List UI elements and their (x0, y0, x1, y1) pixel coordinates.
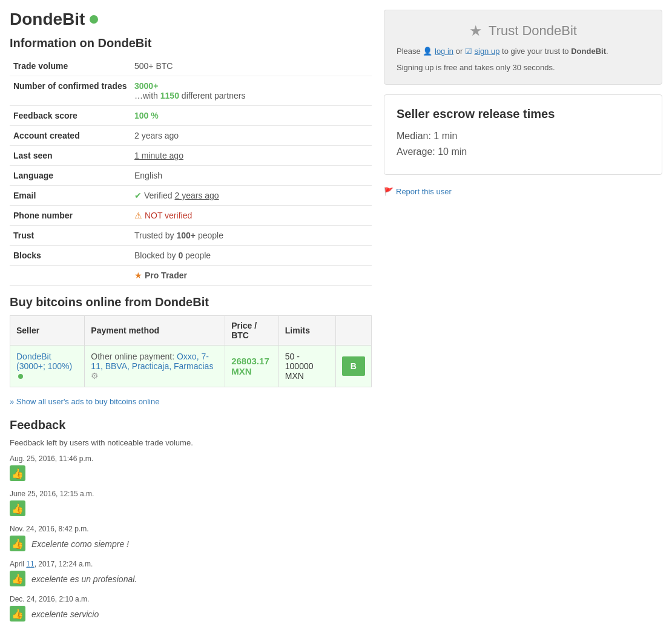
feedback-timestamp: Nov. 24, 2016, 8:42 p.m. (10, 525, 372, 533)
col-limits: Limits (278, 316, 335, 346)
feedback-item: Dec. 24, 2016, 2:10 a.m. 👍 excelente ser… (10, 595, 372, 622)
info-label: Feedback score (10, 106, 131, 126)
checkbox-icon: ☑ (465, 47, 472, 56)
feedback-text: excelente es un profesional. (31, 574, 137, 584)
sign-up-link[interactable]: sign up (475, 47, 500, 56)
info-value: 3000+ …with 1150 different partners (131, 76, 372, 106)
info-value: ✔ Verified 2 years ago (131, 186, 372, 206)
buy-button[interactable]: B (342, 356, 365, 376)
feedback-score: 100 % (134, 111, 159, 120)
table-row: Trade volume 500+ BTC (10, 56, 372, 76)
info-label: Trust (10, 226, 131, 246)
thumbs-up-icon: 👍 (10, 500, 25, 516)
info-value: 100 % (131, 106, 372, 126)
table-row: Phone number ⚠ NOT verified (10, 206, 372, 226)
feedback-text: Excelente como siempre ! (31, 539, 129, 549)
info-value: Blocked by 0 people (131, 246, 372, 266)
trade-row: DondeBit (3000+; 100%) Other online paym… (10, 346, 372, 387)
table-row: Blocks Blocked by 0 people (10, 246, 372, 266)
col-payment: Payment method (85, 316, 225, 346)
email-check-icon: ✔ (134, 191, 142, 200)
feedback-thumb-up: 👍 (10, 465, 372, 481)
show-all-ads-link[interactable]: » Show all user's ads to buy bitcoins on… (10, 397, 159, 406)
info-label: Language (10, 166, 131, 186)
thumbs-up-icon: 👍 (10, 606, 25, 622)
trust-description-line1: Please 👤 log in or ☑ sign up to give you… (397, 47, 650, 56)
email-verified-date[interactable]: 2 years ago (174, 191, 219, 200)
feedback-description: Feedback left by users with noticeable t… (10, 438, 372, 447)
feedback-item: April 11, 2017, 12:24 a.m. 👍 excelente e… (10, 560, 372, 586)
info-value: Trusted by 100+ people (131, 226, 372, 246)
trade-price: 26803.17MXN (225, 346, 279, 387)
info-value: 2 years ago (131, 126, 372, 146)
escrow-box: Seller escrow release times Median: 1 mi… (384, 94, 662, 175)
info-value: ★ Pro Trader (131, 266, 372, 286)
col-seller: Seller (10, 316, 85, 346)
info-label: Trade volume (10, 56, 131, 76)
escrow-title: Seller escrow release times (397, 107, 650, 121)
info-value: 500+ BTC (131, 56, 372, 76)
seller-online-dot (18, 374, 23, 379)
escrow-median: Median: 1 min (397, 131, 650, 142)
price-value: 26803.17MXN (231, 356, 269, 376)
info-label: Last seen (10, 146, 131, 166)
phone-not-verified-text: NOT verified (145, 211, 192, 220)
confirmed-trades-value: 3000+ (134, 81, 158, 91)
trade-payment: Other online payment: Oxxo, 7-11, BBVA, … (85, 346, 225, 387)
thumbs-up-icon: 👍 (10, 465, 25, 481)
col-price: Price / BTC (225, 316, 279, 346)
col-action (335, 316, 371, 346)
person-icon: 👤 (423, 47, 432, 56)
feedback-timestamp: Aug. 25, 2016, 11:46 p.m. (10, 454, 372, 463)
thumbs-up-icon: 👍 (10, 536, 25, 551)
feedback-timestamp: Dec. 24, 2016, 2:10 a.m. (10, 595, 372, 603)
trust-title-text: Trust DondeBit (489, 23, 577, 39)
info-value: ⚠ NOT verified (131, 206, 372, 226)
info-label: Number of confirmed trades (10, 76, 131, 106)
email-verified-text: Verified (144, 191, 175, 200)
feedback-timestamp: June 25, 2016, 12:15 a.m. (10, 490, 372, 498)
trade-seller: DondeBit (3000+; 100%) (10, 346, 85, 387)
trust-description-line2: Signing up is free and takes only 30 sec… (397, 63, 650, 72)
info-value: English (131, 166, 372, 186)
feedback-content: 👍 excelente es un profesional. (10, 571, 372, 586)
log-in-link[interactable]: log in (435, 47, 453, 56)
table-row: Number of confirmed trades 3000+ …with 1… (10, 76, 372, 106)
table-row: Trust Trusted by 100+ people (10, 226, 372, 246)
feedback-title: Feedback (10, 418, 372, 432)
username-text: DondeBit (10, 10, 85, 29)
report-label: Report this user (396, 187, 452, 196)
table-row: Feedback score 100 % (10, 106, 372, 126)
buy-section-title: Buy bitcoins online from DondeBit (10, 295, 372, 309)
phone-warning-icon: ⚠ (134, 211, 142, 220)
payment-settings-icon: ⚙ (91, 371, 99, 381)
feedback-date-link[interactable]: 11 (26, 560, 34, 568)
info-label: Email (10, 186, 131, 206)
info-table: Trade volume 500+ BTC Number of confirme… (10, 56, 372, 286)
seller-link[interactable]: DondeBit (3000+; 100%) (16, 352, 72, 381)
online-indicator (90, 15, 98, 24)
info-label: Phone number (10, 206, 131, 226)
table-row: ★ Pro Trader (10, 266, 372, 286)
page-username: DondeBit (10, 10, 372, 29)
trade-action[interactable]: B (335, 346, 371, 387)
table-row: Last seen 1 minute ago (10, 146, 372, 166)
info-label: Account created (10, 126, 131, 146)
table-header-row: Seller Payment method Price / BTC Limits (10, 316, 372, 346)
report-user-link[interactable]: 🚩 Report this user (384, 185, 662, 198)
trust-title: ★ Trust DondeBit (397, 22, 650, 39)
partners-text: …with 1150 different partners (134, 91, 245, 100)
feedback-content: 👍 excelente servicio (10, 606, 372, 622)
info-label: Blocks (10, 246, 131, 266)
payment-type: Other online payment: Oxxo, 7-11, BBVA, … (91, 352, 213, 371)
trade-limits: 50 - 100000 MXN (278, 346, 335, 387)
feedback-item: Nov. 24, 2016, 8:42 p.m. 👍 Excelente com… (10, 525, 372, 551)
trust-period: . (606, 47, 608, 56)
feedback-timestamp: April 11, 2017, 12:24 a.m. (10, 560, 372, 568)
trades-table: Seller Payment method Price / BTC Limits… (10, 315, 372, 387)
trust-username: DondeBit (571, 47, 606, 56)
last-seen-value[interactable]: 1 minute ago (134, 151, 183, 160)
info-value: 1 minute ago (131, 146, 372, 166)
feedback-section: Feedback Feedback left by users with not… (10, 418, 372, 622)
info-label (10, 266, 131, 286)
